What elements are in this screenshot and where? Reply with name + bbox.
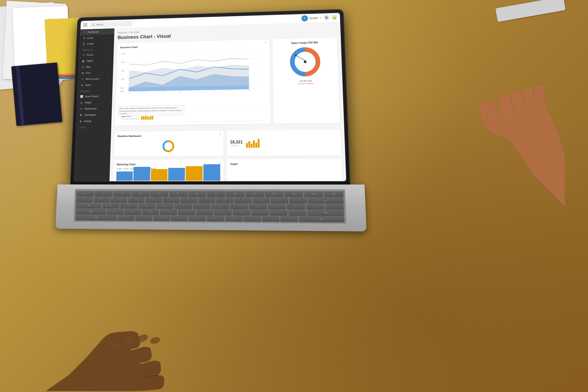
key-1[interactable]: 1 [93, 197, 110, 202]
key-2[interactable]: 2 [110, 197, 127, 202]
business-chart-close[interactable]: × [265, 41, 267, 44]
marketing-close[interactable]: × [219, 161, 221, 164]
bell-icon[interactable]: 🔔 [331, 15, 337, 20]
key-t[interactable]: T [174, 203, 192, 209]
key-p[interactable]: P [268, 203, 286, 209]
key-e[interactable]: E [138, 203, 155, 208]
key-3[interactable]: 3 [128, 197, 144, 202]
key-f8[interactable]: F8 [226, 191, 245, 196]
key-g[interactable]: G [178, 209, 195, 214]
key-c[interactable]: C [153, 215, 170, 220]
space-usage-available: 250 Mb available [276, 82, 335, 86]
email-icon: ✉ [83, 36, 86, 40]
key-q[interactable]: Q [102, 203, 120, 208]
sidebar-item-forms[interactable]: ≡ Forms › [79, 51, 114, 58]
key-comma[interactable]: , [243, 216, 261, 221]
key-y[interactable]: Y [193, 203, 211, 209]
key-d[interactable]: D [142, 209, 159, 214]
key-f12[interactable]: F12 [304, 191, 323, 197]
realtime-close[interactable]: × [219, 132, 221, 136]
key-i[interactable]: I [230, 203, 248, 209]
key-n[interactable]: N [207, 215, 224, 221]
sidebar-item-map[interactable]: ◎ Map [79, 63, 113, 70]
profile-chevron: › [111, 42, 111, 44]
key-b[interactable]: B [189, 215, 206, 221]
key-slash[interactable]: / [280, 216, 298, 221]
key-backspace[interactable]: del [308, 198, 344, 203]
key-k[interactable]: K [232, 209, 250, 215]
user-avatar[interactable]: J Jennifer ▼ [301, 15, 322, 21]
key-f2[interactable]: F2 [113, 191, 131, 196]
key-capslock[interactable]: caps [75, 209, 106, 214]
key-del[interactable]: del [324, 192, 343, 197]
key-f10[interactable]: F10 [265, 191, 284, 197]
key-l[interactable]: L [251, 210, 269, 215]
search-input[interactable] [96, 22, 130, 26]
sidebar-item-grid[interactable]: ⊞ Grid [78, 70, 113, 76]
key-f11[interactable]: F11 [284, 191, 303, 197]
sidebar-item-campaigns[interactable]: ⚡ Campaigns [77, 112, 112, 118]
key-f5[interactable]: F5 [169, 191, 187, 196]
key-tab[interactable]: tab [76, 203, 101, 208]
key-4[interactable]: 4 [145, 197, 162, 202]
key-shift-right[interactable]: shift [299, 216, 344, 222]
key-w[interactable]: W [120, 203, 137, 208]
sidebar-item-profile[interactable]: 👤 Profile › [80, 40, 114, 47]
key-9[interactable]: 9 [234, 197, 252, 203]
key-u[interactable]: U [211, 203, 229, 209]
chart-tooltip: Who is your audience and what are their … [117, 105, 184, 116]
key-row-1: esc F1 F2 F3 F4 F5 F6 F7 F8 F9 F10 F11 F… [76, 191, 343, 197]
sidebar-item-extra[interactable]: ★ Extra › [78, 82, 112, 88]
key-esc[interactable]: esc [76, 191, 94, 196]
key-f6[interactable]: F6 [188, 191, 206, 196]
key-equals[interactable]: = [289, 198, 307, 203]
total-bar-3 [251, 144, 252, 148]
key-backslash[interactable]: \ [325, 204, 344, 209]
mkt-pct-2: 43.75% [123, 168, 128, 170]
business-chart-card: Business Chart × [115, 39, 271, 126]
sidebar-item-menu-levels[interactable]: ≡ Menu Levels › [78, 75, 113, 82]
key-return[interactable]: return [307, 210, 344, 216]
key-v[interactable]: V [171, 215, 188, 220]
key-j[interactable]: J [214, 209, 232, 215]
key-h[interactable]: H [196, 209, 213, 215]
key-backtick[interactable]: ` [76, 197, 92, 202]
key-m[interactable]: M [225, 216, 243, 221]
forms-icon: ≡ [82, 54, 85, 56]
key-f1[interactable]: F1 [95, 191, 112, 196]
sidebar-item-activity[interactable]: ◈ Activity [76, 118, 112, 124]
key-semicolon[interactable]: ; [270, 210, 288, 215]
key-7[interactable]: 7 [198, 197, 215, 202]
key-f3[interactable]: F3 [132, 191, 150, 196]
key-o[interactable]: O [249, 203, 267, 209]
key-6[interactable]: 6 [180, 197, 198, 202]
key-quote[interactable]: ' [288, 210, 307, 215]
key-f4[interactable]: F4 [150, 191, 168, 196]
key-f[interactable]: F [160, 209, 177, 214]
sidebar-item-tables[interactable]: ▦ Tables › [79, 57, 113, 64]
key-f9[interactable]: F9 [245, 191, 264, 197]
key-0[interactable]: 0 [252, 198, 270, 203]
grid-icon: ⊞ [81, 72, 84, 74]
key-f7[interactable]: F7 [207, 191, 225, 196]
key-rbracket[interactable]: ] [306, 204, 325, 209]
key-8[interactable]: 8 [216, 197, 233, 203]
key-minus[interactable]: - [271, 198, 288, 203]
key-lbracket[interactable]: [ [286, 204, 305, 209]
key-x[interactable]: X [135, 215, 152, 220]
hamburger-menu[interactable] [83, 24, 87, 26]
key-r[interactable]: R [156, 203, 174, 208]
key-a[interactable]: A [106, 209, 123, 214]
search-bar[interactable]: 🔍 [90, 21, 132, 28]
svg-text:3: 3 [162, 91, 163, 93]
key-s[interactable]: S [124, 209, 141, 214]
key-shift-left[interactable]: shift [75, 214, 117, 220]
sidebar-item-opportunity[interactable]: ✦ Opportunity [77, 105, 112, 112]
sidebar-item-sales-report[interactable]: 📊 Sales Report [77, 93, 112, 100]
sidebar-item-target[interactable]: ◎ Target [77, 99, 112, 106]
key-period[interactable]: . [262, 216, 280, 221]
key-z[interactable]: Z [118, 215, 135, 220]
extra-icon: ★ [81, 84, 84, 87]
key-5[interactable]: 5 [163, 197, 180, 202]
settings-icon[interactable]: ⚙ [324, 15, 329, 20]
